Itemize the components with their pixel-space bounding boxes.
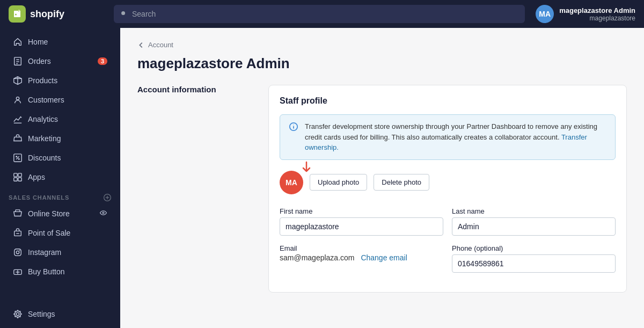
analytics-icon: [13, 114, 23, 124]
svg-point-22: [103, 212, 104, 214]
sidebar-item-home-label: Home: [28, 38, 48, 46]
svg-line-1: [125, 14, 127, 17]
email-value: sam@mageplaza.com Change email: [280, 253, 443, 262]
add-sales-channel-icon[interactable]: [103, 193, 112, 202]
card-title: Staff profile: [280, 96, 616, 106]
last-name-label: Last name: [452, 207, 616, 215]
breadcrumb: Account: [137, 41, 627, 49]
online-store-icon: [13, 209, 23, 218]
svg-rect-18: [18, 178, 21, 181]
delete-photo-button[interactable]: Delete photo: [374, 174, 429, 191]
phone-input[interactable]: [452, 254, 616, 273]
sidebar-item-buy-button[interactable]: Buy Button: [4, 263, 116, 281]
settings-icon: [13, 309, 23, 319]
apps-icon: [13, 172, 23, 182]
home-icon: [13, 37, 23, 47]
shopify-logo-icon: [9, 5, 26, 23]
orders-badge: 3: [98, 57, 107, 65]
phone-label: Phone (optional): [452, 244, 616, 252]
account-information-sidebar: Account information: [137, 85, 255, 293]
logo-text: shopify: [30, 9, 64, 20]
svg-point-26: [16, 251, 19, 253]
logo: shopify: [9, 5, 105, 23]
first-name-label: First name: [280, 207, 443, 215]
marketing-icon: [13, 134, 23, 143]
sidebar-item-customers-label: Customers: [28, 96, 64, 104]
sidebar-item-orders-label: Orders: [28, 57, 51, 65]
sidebar-item-point-of-sale[interactable]: Point of Sale: [4, 224, 116, 242]
first-name-input[interactable]: [280, 217, 443, 236]
sidebar-item-customers[interactable]: Customers: [4, 91, 116, 109]
discounts-icon: [13, 153, 23, 163]
sidebar-item-marketing[interactable]: Marketing: [4, 129, 116, 148]
user-store: mageplazastore: [559, 14, 635, 22]
sidebar-item-orders[interactable]: Orders 3: [4, 52, 116, 70]
name-fields-row: First name Last name: [280, 207, 616, 236]
first-name-field: First name: [280, 207, 443, 236]
content-area: Account mageplazastore Admin Account inf…: [120, 28, 644, 328]
back-icon: [137, 41, 145, 49]
svg-rect-15: [14, 173, 17, 177]
phone-field: Phone (optional): [452, 244, 616, 273]
avatar: MA: [536, 5, 554, 23]
sidebar-item-point-of-sale-label: Point of Sale: [28, 229, 70, 237]
info-icon: [289, 122, 298, 132]
email-group: Email sam@mageplaza.com Change email: [280, 244, 443, 273]
sidebar: Home Orders 3 Products Customers Analyti…: [0, 28, 120, 328]
user-info: mageplazastore Admin mageplazastore: [559, 6, 635, 22]
staff-profile-card: Staff profile Transfer development store…: [268, 85, 627, 293]
svg-point-0: [121, 11, 125, 15]
user-display-name: mageplazastore Admin: [559, 6, 635, 14]
search-bar[interactable]: [114, 5, 525, 23]
email-phone-row: Email sam@mageplaza.com Change email Pho…: [280, 244, 616, 273]
point-of-sale-icon: [13, 228, 23, 238]
sidebar-item-products-label: Products: [28, 76, 57, 85]
staff-profile-form: Staff profile Transfer development store…: [268, 85, 627, 293]
account-layout: Account information Staff profile Transf…: [137, 85, 627, 293]
search-input[interactable]: [132, 10, 518, 18]
sidebar-item-settings-label: Settings: [28, 310, 55, 318]
sidebar-item-analytics[interactable]: Analytics: [4, 110, 116, 128]
search-icon: [120, 10, 128, 18]
topbar-user: MA mageplazastore Admin mageplazastore: [536, 5, 635, 23]
sidebar-item-apps[interactable]: Apps: [4, 168, 116, 186]
svg-point-34: [293, 125, 294, 125]
customers-icon: [13, 95, 23, 105]
eye-icon[interactable]: [99, 209, 107, 218]
sidebar-item-products[interactable]: Products: [4, 71, 116, 90]
topbar: shopify MA mageplazastore Admin mageplaz…: [0, 0, 644, 28]
sidebar-item-instagram-label: Instagram: [28, 248, 61, 257]
sidebar-item-apps-label: Apps: [28, 173, 45, 181]
instagram-icon: [13, 247, 23, 257]
sidebar-item-home[interactable]: Home: [4, 33, 116, 51]
svg-rect-16: [18, 173, 21, 177]
sidebar-item-discounts-label: Discounts: [28, 154, 61, 162]
breadcrumb-link[interactable]: Account: [148, 41, 173, 49]
sidebar-item-marketing-label: Marketing: [28, 134, 61, 143]
info-banner-text: Transfer development store ownership thr…: [305, 121, 606, 153]
sidebar-item-instagram[interactable]: Instagram: [4, 243, 116, 261]
sidebar-item-buy-button-label: Buy Button: [28, 267, 65, 276]
svg-point-27: [19, 250, 20, 251]
svg-point-14: [18, 158, 19, 159]
sidebar-item-online-store[interactable]: Online Store: [4, 205, 116, 223]
svg-point-13: [16, 156, 17, 157]
products-icon: [13, 76, 23, 85]
sidebar-item-online-store-label: Online Store: [28, 209, 70, 218]
sidebar-item-discounts[interactable]: Discounts: [4, 149, 116, 167]
email-label: Email: [280, 244, 443, 252]
svg-rect-25: [14, 249, 21, 256]
upload-photo-button[interactable]: Upload photo: [310, 174, 367, 191]
sidebar-item-analytics-label: Analytics: [28, 115, 58, 123]
buy-button-icon: [13, 267, 23, 276]
photo-section: MA Upload photo Delete photo: [280, 171, 616, 194]
last-name-input[interactable]: [452, 217, 616, 236]
down-arrow-icon: [300, 161, 313, 174]
svg-rect-17: [14, 178, 17, 181]
sidebar-item-settings[interactable]: Settings: [4, 305, 116, 323]
arrow-indicator: [300, 161, 313, 176]
change-email-link[interactable]: Change email: [361, 253, 407, 262]
account-information-label: Account information: [137, 85, 216, 94]
svg-point-9: [16, 97, 19, 100]
info-banner: Transfer development store ownership thr…: [280, 114, 616, 160]
